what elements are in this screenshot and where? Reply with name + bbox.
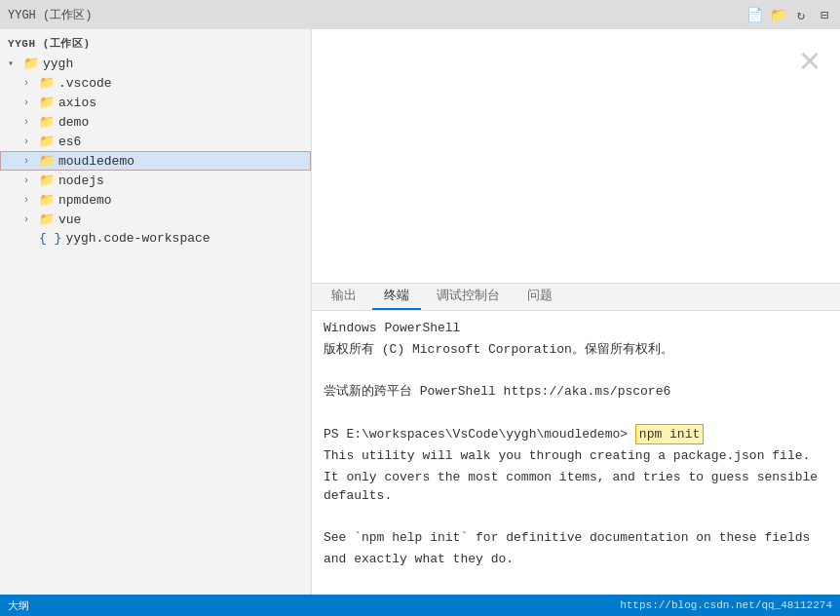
tab-output[interactable]: 输出	[320, 283, 368, 310]
term-line-11: and exactly what they do.	[324, 550, 828, 569]
label-vscode: .vscode	[58, 76, 112, 91]
folder-icon-nodejs: 📁	[39, 173, 55, 188]
label-axios: axios	[58, 96, 96, 110]
arrow-nodejs: ›	[23, 175, 39, 186]
status-outline-label: 大纲	[8, 598, 29, 613]
term-line-9	[324, 508, 828, 527]
sidebar-item-nodejs[interactable]: › 📁 nodejs	[0, 171, 311, 190]
label-yygh: yygh	[43, 57, 73, 71]
label-moudledemo: moudledemo	[58, 154, 134, 169]
sidebar-item-yygh[interactable]: ▾ 📁 yygh	[0, 54, 311, 73]
new-folder-icon[interactable]: 📁	[770, 7, 785, 22]
sidebar-item-vue[interactable]: › 📁 vue	[0, 210, 311, 229]
term-prompt-line: PS E:\workspaces\VsCode\yygh\moudledemo>…	[324, 424, 828, 445]
arrow-axios: ›	[23, 97, 39, 108]
folder-icon-yygh: 📁	[23, 56, 39, 71]
arrow-vue: ›	[23, 214, 39, 225]
term-line-1: Windows PowerShell	[324, 319, 828, 338]
sidebar-item-workspace-file[interactable]: › { } yygh.code-workspace	[0, 229, 311, 248]
arrow-yygh: ▾	[8, 58, 23, 69]
title-bar-left: YYGH (工作区)	[8, 7, 92, 23]
label-es6: es6	[58, 135, 81, 149]
panel-tabs: 输出 终端 调试控制台 问题	[312, 284, 840, 311]
sidebar-item-axios[interactable]: › 📁 axios	[0, 93, 311, 112]
sidebar-item-demo[interactable]: › 📁 demo	[0, 112, 311, 132]
term-line-3	[324, 361, 828, 380]
arrow-moudledemo: ›	[23, 156, 39, 167]
collapse-icon[interactable]: ⊟	[817, 7, 832, 22]
sidebar: YYGH (工作区) ▾ 📁 yygh › 📁 .vscode › 📁 axio…	[0, 29, 312, 595]
status-left: 大纲	[8, 598, 29, 613]
main-layout: YYGH (工作区) ▾ 📁 yygh › 📁 .vscode › 📁 axio…	[0, 29, 840, 595]
folder-icon-axios: 📁	[39, 95, 55, 110]
tab-terminal[interactable]: 终端	[372, 283, 421, 310]
status-right: https://blog.csdn.net/qq_48112274	[620, 599, 832, 611]
term-line-12	[324, 570, 828, 590]
term-line-4: 尝试新的跨平台 PowerShell https://aka.ms/pscore…	[324, 382, 828, 402]
new-file-icon[interactable]: 📄	[746, 7, 762, 22]
sidebar-item-npmdemo[interactable]: › 📁 npmdemo	[0, 190, 311, 210]
sidebar-root-label: YYGH (工作区)	[8, 36, 91, 51]
sidebar-item-vscode[interactable]: › 📁 .vscode	[0, 73, 311, 93]
arrow-workspace: ›	[23, 233, 39, 244]
npm-init-command: npm init	[635, 424, 704, 445]
folder-icon-es6: 📁	[39, 134, 55, 149]
terminal-content: Windows PowerShell 版权所有 (C) Microsoft Co…	[312, 311, 840, 595]
term-line-8: It only covers the most common items, an…	[324, 468, 828, 506]
arrow-demo: ›	[23, 117, 39, 128]
tab-debug-console[interactable]: 调试控制台	[425, 283, 512, 310]
arrow-npmdemo: ›	[23, 195, 39, 206]
label-vue: vue	[58, 212, 81, 227]
content-area: ✕ 输出 终端 调试控制台 问题 Windows PowerShell 版权所有…	[312, 29, 840, 595]
label-workspace: yygh.code-workspace	[65, 231, 210, 246]
folder-icon-vue: 📁	[39, 212, 55, 227]
file-code-icon: { }	[39, 231, 61, 246]
status-bar: 大纲 https://blog.csdn.net/qq_48112274	[0, 595, 840, 616]
prompt-text: PS E:\workspaces\VsCode\yygh\moudledemo>	[324, 425, 635, 444]
folder-icon-npmdemo: 📁	[39, 192, 55, 208]
title-bar-title: YYGH (工作区)	[8, 7, 92, 23]
editor-close-icon[interactable]: ✕	[799, 39, 821, 82]
arrow-vscode: ›	[23, 78, 39, 89]
label-npmdemo: npmdemo	[58, 193, 112, 208]
panel-area: 输出 终端 调试控制台 问题 Windows PowerShell 版权所有 (…	[312, 283, 840, 595]
title-bar: YYGH (工作区) 📄 📁 ↻ ⊟	[0, 0, 840, 29]
folder-icon-moudledemo: 📁	[39, 153, 55, 169]
term-line-2: 版权所有 (C) Microsoft Corporation。保留所有权利。	[324, 340, 828, 360]
folder-icon-demo: 📁	[39, 114, 55, 130]
label-demo: demo	[58, 115, 89, 130]
sidebar-item-es6[interactable]: › 📁 es6	[0, 132, 311, 151]
term-line-7: This utility will walk you through creat…	[324, 446, 828, 466]
label-nodejs: nodejs	[58, 173, 104, 188]
title-bar-icons: 📄 📁 ↻ ⊟	[746, 7, 832, 22]
term-line-5	[324, 403, 828, 422]
arrow-es6: ›	[23, 136, 39, 147]
term-line-10: See `npm help init` for definitive docum…	[324, 528, 828, 548]
sidebar-item-moudledemo[interactable]: › 📁 moudledemo	[0, 151, 311, 171]
tab-problems[interactable]: 问题	[515, 283, 564, 310]
sidebar-root: YYGH (工作区)	[0, 33, 311, 54]
editor-area: ✕	[312, 29, 840, 283]
folder-icon-vscode: 📁	[39, 75, 55, 91]
status-url: https://blog.csdn.net/qq_48112274	[620, 599, 832, 611]
refresh-icon[interactable]: ↻	[793, 7, 809, 22]
